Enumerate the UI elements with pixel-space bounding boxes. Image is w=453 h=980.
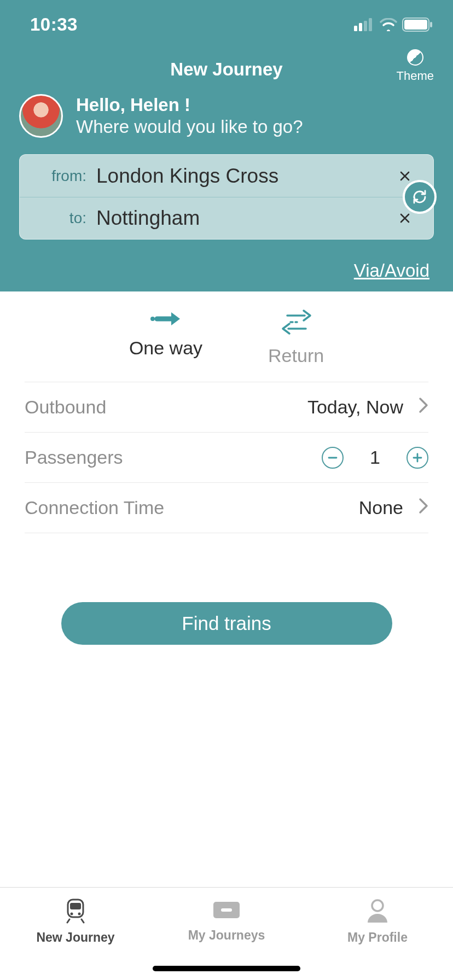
train-icon <box>62 897 89 924</box>
station-box: from: London Kings Cross to: Nottingham <box>19 154 434 240</box>
passenger-minus-button[interactable] <box>322 447 344 469</box>
svg-rect-3 <box>369 18 372 31</box>
to-station-row[interactable]: to: Nottingham <box>20 197 433 239</box>
wifi-icon <box>379 18 398 31</box>
greeting-text: Hello, Helen ! Where would you like to g… <box>76 95 303 137</box>
to-value: Nottingham <box>96 207 388 230</box>
swap-stations-button[interactable] <box>403 180 437 214</box>
theme-label: Theme <box>397 69 434 83</box>
header-panel: 10:33 New Journey Theme <box>0 0 453 291</box>
minus-icon <box>327 452 338 463</box>
tab-bar: New Journey My Journeys My Profile <box>0 887 453 980</box>
greeting-hello: Hello, Helen ! <box>76 95 303 115</box>
chevron-right-icon <box>419 396 428 418</box>
profile-icon <box>364 897 391 924</box>
return-label: Return <box>268 345 324 366</box>
tab-new-journey-label: New Journey <box>36 930 114 945</box>
svg-point-23 <box>372 900 383 911</box>
plus-icon <box>412 452 423 463</box>
svg-line-19 <box>67 919 69 923</box>
svg-point-18 <box>78 913 81 915</box>
status-icons <box>354 18 434 32</box>
from-value: London Kings Cross <box>96 165 388 188</box>
svg-rect-1 <box>359 23 362 31</box>
svg-rect-6 <box>430 22 432 27</box>
tab-my-journeys-label: My Journeys <box>188 928 265 943</box>
passengers-row: Passengers 1 <box>25 433 428 483</box>
outbound-row[interactable]: Outbound Today, Now <box>25 382 428 433</box>
swap-icon <box>411 188 428 206</box>
svg-rect-16 <box>70 903 81 909</box>
page-title: New Journey <box>19 59 434 80</box>
return-icon <box>277 309 315 336</box>
svg-rect-22 <box>221 908 232 912</box>
close-icon <box>399 213 410 224</box>
find-trains-button[interactable]: Find trains <box>61 602 392 645</box>
close-icon <box>399 171 410 182</box>
from-label: from: <box>32 167 86 185</box>
battery-icon <box>402 18 434 32</box>
to-label: to: <box>32 209 86 227</box>
tab-my-profile[interactable]: My Profile <box>302 897 453 980</box>
svg-rect-2 <box>364 21 367 31</box>
svg-rect-0 <box>354 26 357 31</box>
outbound-value: Today, Now <box>307 396 403 418</box>
ticket-icon <box>210 897 243 921</box>
one-way-label: One way <box>129 337 202 359</box>
chevron-right-icon <box>419 497 428 518</box>
title-row: New Journey Theme <box>19 59 434 80</box>
outbound-label: Outbound <box>25 396 106 418</box>
one-way-icon <box>149 309 182 329</box>
connection-label: Connection Time <box>25 497 164 518</box>
passenger-plus-button[interactable] <box>406 447 428 469</box>
home-indicator[interactable] <box>153 966 300 971</box>
trip-type-row: One way Return <box>25 291 428 382</box>
via-avoid-link[interactable]: Via/Avoid <box>19 260 434 281</box>
status-time: 10:33 <box>30 14 78 35</box>
svg-rect-5 <box>404 20 427 30</box>
greeting-sub: Where would you like to go? <box>76 116 303 137</box>
svg-point-7 <box>150 317 155 321</box>
from-station-row[interactable]: from: London Kings Cross <box>20 155 433 197</box>
greeting-row: Hello, Helen ! Where would you like to g… <box>19 94 434 138</box>
passengers-label: Passengers <box>25 447 123 468</box>
tab-my-profile-label: My Profile <box>347 930 408 945</box>
cellular-icon <box>354 18 375 31</box>
passengers-value: 1 <box>370 447 380 468</box>
tab-one-way[interactable]: One way <box>129 309 202 366</box>
tab-return[interactable]: Return <box>268 309 324 366</box>
svg-point-17 <box>71 913 73 915</box>
theme-button[interactable]: Theme <box>397 49 434 83</box>
theme-icon <box>407 49 423 66</box>
tab-new-journey[interactable]: New Journey <box>0 897 151 980</box>
avatar[interactable] <box>19 94 63 138</box>
status-bar: 10:33 <box>19 0 434 49</box>
svg-line-20 <box>82 919 84 923</box>
connection-value: None <box>359 497 403 518</box>
main-panel: One way Return Outbound Today, Now <box>0 291 453 645</box>
connection-row[interactable]: Connection Time None <box>25 483 428 533</box>
